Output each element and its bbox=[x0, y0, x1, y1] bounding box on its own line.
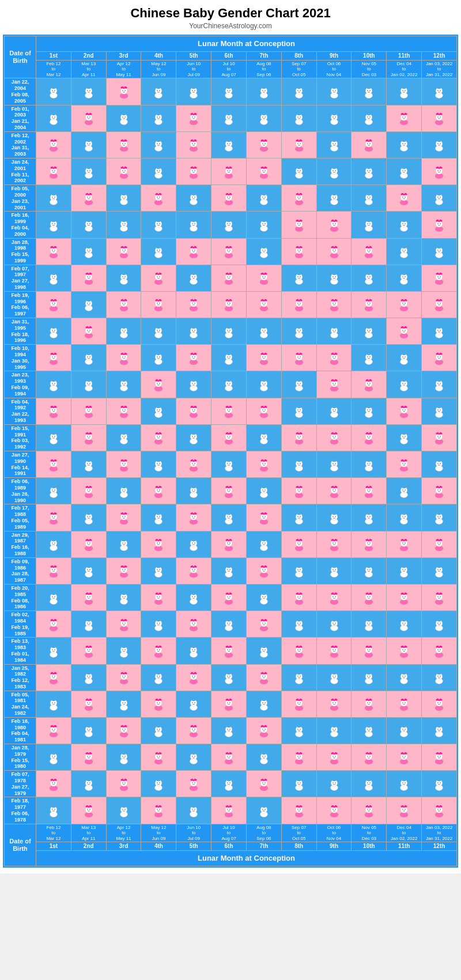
svg-point-3 bbox=[54, 90, 55, 91]
svg-point-887 bbox=[368, 380, 369, 381]
svg-point-1078 bbox=[124, 463, 126, 464]
girl-cell bbox=[36, 158, 71, 184]
girl-cell bbox=[71, 318, 106, 345]
boy-cell bbox=[36, 424, 71, 451]
svg-point-437 bbox=[52, 250, 53, 251]
svg-point-2 bbox=[52, 90, 53, 91]
svg-point-902 bbox=[52, 409, 53, 410]
svg-point-1912 bbox=[440, 729, 441, 730]
svg-point-633 bbox=[228, 300, 229, 301]
boy-cell bbox=[387, 131, 422, 158]
footer-date-range-6th: Jul 10toAug 07 bbox=[211, 824, 247, 842]
svg-point-1136 bbox=[437, 459, 441, 461]
boy-cell bbox=[387, 424, 422, 451]
svg-point-2014 bbox=[124, 782, 126, 783]
svg-point-1433 bbox=[368, 570, 369, 571]
boy-cell bbox=[141, 771, 176, 797]
footer-month-num-8th: 8th bbox=[281, 842, 316, 851]
boy-cell bbox=[71, 371, 106, 398]
svg-point-1392 bbox=[123, 567, 124, 568]
boy-cell bbox=[71, 717, 106, 744]
svg-point-1595 bbox=[405, 623, 406, 624]
svg-point-1508 bbox=[368, 596, 369, 597]
svg-point-761 bbox=[89, 356, 90, 357]
svg-point-280 bbox=[402, 170, 403, 171]
svg-point-998 bbox=[122, 433, 126, 435]
svg-point-894 bbox=[402, 380, 406, 382]
svg-point-102 bbox=[264, 116, 266, 118]
boy-cell bbox=[316, 557, 352, 584]
svg-point-225 bbox=[86, 167, 90, 168]
svg-point-1402 bbox=[192, 570, 193, 571]
svg-point-867 bbox=[264, 383, 266, 384]
svg-point-1516 bbox=[402, 596, 403, 597]
boy-cell bbox=[106, 691, 141, 717]
svg-point-1425 bbox=[297, 566, 301, 568]
boy-cell bbox=[36, 105, 71, 131]
svg-point-781 bbox=[193, 353, 194, 355]
svg-point-187 bbox=[298, 141, 299, 142]
svg-point-1903 bbox=[367, 726, 371, 728]
svg-point-892 bbox=[402, 383, 403, 384]
table-row: Feb 12, 2002Jan 31, 2003 bbox=[5, 131, 457, 158]
svg-point-1080 bbox=[123, 460, 124, 461]
svg-point-518 bbox=[52, 276, 53, 277]
boy-cell bbox=[141, 238, 176, 265]
date-range-7th: Aug 08toSep 06 bbox=[246, 60, 281, 78]
svg-point-1207 bbox=[402, 489, 403, 491]
row-label-13: Feb 15, 1991Feb 03, 1992 bbox=[5, 424, 36, 451]
svg-point-1760 bbox=[52, 702, 53, 703]
svg-point-1147 bbox=[88, 487, 89, 488]
boy-cell bbox=[352, 78, 387, 105]
svg-point-379 bbox=[124, 223, 126, 224]
svg-point-177 bbox=[264, 144, 266, 145]
svg-point-515 bbox=[437, 247, 441, 248]
month-num-10th: 10th bbox=[352, 51, 387, 60]
svg-point-463 bbox=[192, 250, 193, 251]
footer-date-range-3rd: Apr 12toMay 11 bbox=[106, 824, 141, 842]
svg-point-1361 bbox=[405, 542, 406, 544]
girl-cell bbox=[281, 744, 316, 771]
svg-point-277 bbox=[367, 167, 371, 168]
svg-point-655 bbox=[335, 303, 336, 304]
svg-point-826 bbox=[440, 356, 441, 357]
svg-point-206 bbox=[405, 144, 406, 145]
boy-cell bbox=[211, 318, 247, 345]
date-range-9th: Oct 06toNov 04 bbox=[316, 60, 352, 78]
svg-point-786 bbox=[227, 356, 228, 357]
svg-point-146 bbox=[89, 144, 90, 145]
svg-point-1336 bbox=[297, 542, 298, 544]
svg-point-1622 bbox=[157, 649, 158, 650]
svg-point-606 bbox=[122, 303, 123, 304]
svg-point-1947 bbox=[227, 756, 228, 757]
svg-point-691 bbox=[87, 330, 88, 331]
svg-point-2023 bbox=[157, 779, 161, 781]
svg-point-1035 bbox=[332, 436, 334, 438]
svg-point-458 bbox=[157, 250, 158, 251]
svg-point-319 bbox=[192, 197, 193, 198]
svg-point-1178 bbox=[262, 489, 263, 491]
svg-point-370 bbox=[52, 220, 56, 222]
svg-point-1278 bbox=[370, 516, 371, 517]
boy-cell bbox=[387, 664, 422, 691]
svg-point-404 bbox=[300, 223, 301, 224]
svg-point-510 bbox=[402, 247, 406, 248]
svg-point-80 bbox=[122, 114, 126, 115]
svg-point-1591 bbox=[367, 620, 371, 621]
svg-point-947 bbox=[262, 409, 263, 410]
svg-point-989 bbox=[89, 436, 90, 438]
svg-point-1030 bbox=[298, 434, 299, 435]
svg-point-1704 bbox=[123, 673, 124, 674]
svg-point-1429 bbox=[335, 570, 336, 571]
svg-point-791 bbox=[262, 356, 263, 357]
boy-cell bbox=[106, 371, 141, 398]
girl-cell bbox=[422, 584, 457, 610]
girl-cell bbox=[422, 531, 457, 557]
girl-cell bbox=[71, 478, 106, 504]
svg-point-334 bbox=[262, 194, 266, 195]
svg-point-549 bbox=[227, 276, 228, 277]
svg-point-333 bbox=[264, 197, 266, 198]
svg-point-1902 bbox=[370, 729, 371, 730]
svg-point-1584 bbox=[332, 623, 334, 624]
boy-cell bbox=[422, 238, 457, 265]
